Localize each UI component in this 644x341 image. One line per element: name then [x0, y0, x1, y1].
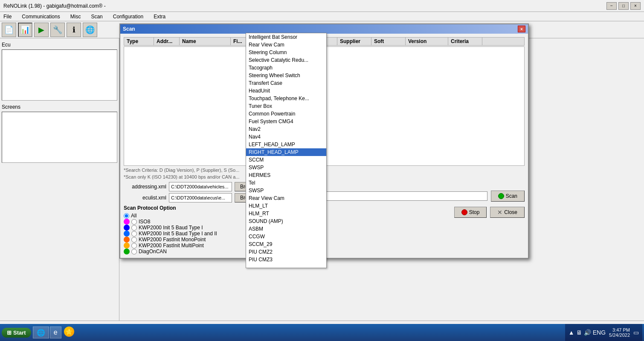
eculist-xml-input[interactable] [169, 193, 232, 202]
toolbar-connect[interactable]: 🌐 [83, 23, 97, 37]
kwp2000c-icon [124, 237, 130, 243]
show-desktop-icon[interactable]: ▭ [633, 329, 639, 336]
col-type: Type [124, 38, 154, 45]
menu-configuration[interactable]: Configuration [111, 13, 145, 20]
protocol-all-label: All [131, 213, 136, 219]
lang-label: ENG [593, 329, 606, 336]
protocol-kwp2000c-radio[interactable] [131, 237, 137, 243]
menu-misc[interactable]: Misc [69, 13, 83, 20]
dropdown-item[interactable]: ASBM [246, 225, 326, 233]
ie-icon: 🌐 [37, 329, 45, 337]
taskbar-system-icons: ▲ 🖥 🔊 ENG [569, 329, 606, 336]
menu-file[interactable]: File [2, 13, 13, 20]
protocol-diagcan-label: DiagOnCAN [139, 249, 167, 254]
stop-red-circle [461, 209, 467, 215]
stop-button[interactable]: Stop [454, 207, 487, 218]
scan-button-label: Scan [506, 193, 517, 199]
toolbar-open[interactable]: 📊 [18, 23, 32, 37]
dialog-title: Scan [123, 26, 135, 32]
minimize-button[interactable]: − [606, 2, 617, 10]
addressing-xml-input[interactable] [169, 182, 232, 191]
protocol-iso8-label: ISO8 [139, 219, 150, 225]
dropdown-item[interactable]: PIU CMZ2 [246, 248, 326, 256]
dropdown-item[interactable]: Steering Wheel Switch [246, 72, 326, 79]
menu-scan[interactable]: Scan [89, 13, 104, 20]
ecu-label: Ecu [2, 42, 117, 48]
yellow-icon: ⭐ [65, 328, 73, 335]
dropdown-item[interactable]: Tuner Box [246, 102, 326, 110]
toolbar-run[interactable]: ▶ [34, 23, 49, 37]
dropdown-item[interactable]: HLM_LT [246, 202, 326, 210]
dropdown-item[interactable]: SWSP [246, 164, 326, 171]
scan-button[interactable]: Scan [491, 191, 525, 202]
speaker-icon[interactable]: 🔊 [584, 329, 591, 336]
taskbar-items: 🌐 e ⭐ [33, 327, 74, 338]
menu-communications[interactable]: Communications [20, 13, 61, 20]
protocol-all-radio[interactable] [124, 213, 129, 219]
dropdown-item[interactable]: HLM_RT [246, 210, 326, 217]
dropdown-item[interactable]: CCGW [246, 233, 326, 240]
dropdown-item[interactable]: Nav2 [246, 125, 326, 133]
maximize-button[interactable]: □ [618, 2, 629, 10]
arrow-up-icon[interactable]: ▲ [569, 329, 574, 336]
dropdown-item[interactable]: SCCM_29 [246, 240, 326, 248]
dropdown-item[interactable]: SOUND (AMP) [246, 217, 326, 225]
diagcan-icon [124, 249, 130, 254]
dropdown-item[interactable]: HeadUnit [246, 87, 326, 95]
dropdown-item[interactable]: Common Powertrain [246, 110, 326, 118]
protocol-kwp2000c-label: KWP2000 FastInit MonoPoint [139, 237, 206, 243]
taskbar-right: ▲ 🖥 🔊 ENG 3:47 PM 5/24/2022 ▭ [565, 324, 642, 341]
start-label: Start [13, 329, 26, 336]
dropdown-item[interactable]: HERMES [246, 171, 326, 179]
dropdown-item[interactable]: SWSP [246, 187, 326, 194]
dropdown-item[interactable]: PIU CMZ3 [246, 256, 326, 263]
network-icon[interactable]: 🖥 [576, 329, 582, 336]
close-scan-button[interactable]: ✕ Close [490, 207, 525, 218]
close-button[interactable]: × [630, 2, 641, 10]
dropdown-item[interactable]: Transfert Case [246, 79, 326, 87]
menu-bar: File Communications Misc Scan Configurat… [0, 12, 644, 21]
eculist-xml-label: eculist.xml [124, 195, 166, 201]
dropdown-item[interactable]: Touchpad, Telephone Ke... [246, 95, 326, 102]
dropdown-item[interactable]: Fuel System CMG4 [246, 118, 326, 125]
col-soft: Soft [371, 38, 406, 45]
title-controls: − □ × [606, 2, 641, 10]
dropdown-list-inner[interactable]: Intelligent Bat SensorRear View CamSteer… [246, 33, 326, 268]
col-criteria: Criteria [448, 38, 482, 45]
iso8-icon [124, 219, 130, 225]
toolbar-settings[interactable]: 🔧 [50, 23, 65, 37]
toolbar-new[interactable]: 📄 [2, 23, 16, 37]
dialog-close-button[interactable]: × [518, 26, 525, 32]
left-panel: Ecu Screens [0, 38, 119, 321]
close-x-icon: ✕ [497, 209, 502, 216]
dropdown-item[interactable]: SCCM [246, 156, 326, 164]
protocol-diagcan-radio[interactable] [131, 249, 137, 254]
dropdown-item[interactable]: Tel [246, 179, 326, 187]
toolbar-info[interactable]: ℹ [67, 23, 81, 37]
dropdown-list: Intelligent Bat SensorRear View CamSteer… [246, 33, 327, 268]
taskbar-item-edge[interactable]: e [50, 327, 61, 338]
menu-extra[interactable]: Extra [152, 13, 167, 20]
protocol-kwp2000b-radio[interactable] [131, 231, 137, 237]
addressing-xml-label: addressing.xml [124, 184, 166, 190]
start-button[interactable]: ⊞ Start [2, 328, 31, 338]
dropdown-item[interactable]: Steering Column [246, 49, 326, 56]
protocol-kwp2000d-radio[interactable] [131, 243, 137, 249]
dropdown-item[interactable]: RIGHT_HEAD_LAMP [246, 148, 326, 156]
title-bar: ReNOLink (1.98) - gabigafu@hotmail.com® … [0, 0, 644, 12]
taskbar-item-ie[interactable]: 🌐 [33, 327, 49, 338]
dropdown-item[interactable]: Rear View Cam [246, 194, 326, 202]
stop-button-label: Stop [469, 209, 480, 215]
taskbar: ⊞ Start 🌐 e ⭐ ▲ 🖥 🔊 ENG 3:47 PM 5/24/202… [0, 324, 644, 341]
protocol-iso8-radio[interactable] [131, 219, 137, 225]
taskbar-item-yellow[interactable]: ⭐ [64, 327, 74, 337]
screens-list [2, 112, 117, 163]
protocol-kwp2000a-radio[interactable] [131, 225, 137, 231]
dropdown-item[interactable]: Intelligent Bat Sensor [246, 33, 326, 41]
dropdown-item[interactable]: Selective Catalytic Redu... [246, 56, 326, 64]
col-addr: Addr... [154, 38, 180, 45]
dropdown-item[interactable]: LEFT_HEAD_LAMP [246, 141, 326, 148]
dropdown-item[interactable]: Rear View Cam [246, 41, 326, 49]
dropdown-item[interactable]: Tacograph [246, 64, 326, 72]
dropdown-item[interactable]: Nav4 [246, 133, 326, 141]
